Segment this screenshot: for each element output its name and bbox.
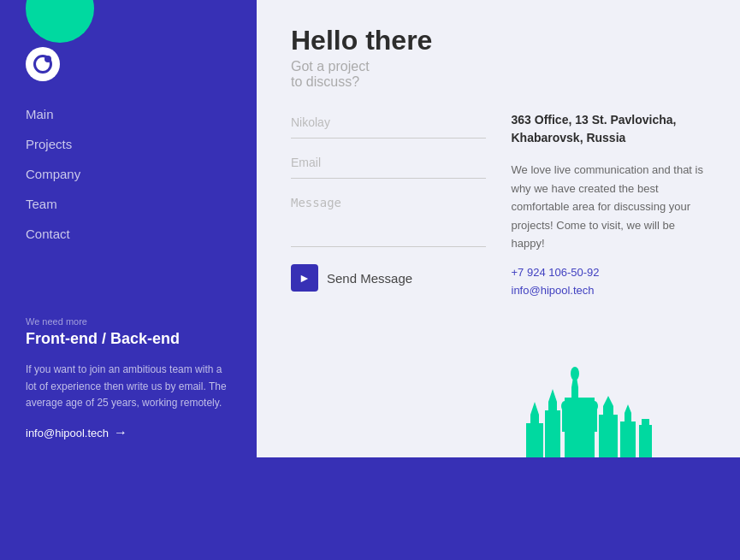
name-input[interactable] <box>291 107 486 139</box>
page-header: Hello there Got a project to discuss? <box>257 0 740 107</box>
sidebar-item-projects[interactable]: Projects <box>26 137 231 151</box>
svg-rect-17 <box>620 421 636 457</box>
svg-marker-2 <box>530 402 539 415</box>
sidebar-item-team[interactable]: Team <box>26 197 231 211</box>
hiring-description: If you want to join an ambitious team wi… <box>26 362 231 411</box>
hiring-email-link[interactable]: info@hipool.tech → <box>26 425 231 440</box>
sidebar-item-company[interactable]: Company <box>26 167 231 181</box>
hiring-email-text: info@hipool.tech <box>26 427 109 439</box>
svg-rect-0 <box>526 423 543 457</box>
send-arrow-icon: ► <box>299 271 311 285</box>
svg-point-13 <box>591 401 598 411</box>
page-subtitle: Got a project to discuss? <box>291 59 706 90</box>
we-need-label: We need more <box>26 316 231 327</box>
sidebar-item-contact[interactable]: Contact <box>26 227 231 241</box>
message-input[interactable] <box>291 187 486 247</box>
logo-inner <box>33 55 52 74</box>
svg-rect-7 <box>571 387 578 400</box>
svg-marker-16 <box>603 396 613 406</box>
content-grid: ► Send Message 363 Office, 13 St. Pavlov… <box>257 107 740 457</box>
svg-rect-1 <box>530 415 539 427</box>
email-input[interactable] <box>291 147 486 179</box>
logo <box>26 47 231 81</box>
svg-marker-19 <box>625 404 631 413</box>
logo-icon <box>26 47 60 81</box>
arrow-right-icon: → <box>114 425 127 440</box>
svg-rect-6 <box>565 398 595 457</box>
svg-rect-18 <box>625 413 631 423</box>
send-button[interactable]: ► Send Message <box>291 264 486 292</box>
bottom-bar <box>0 457 740 560</box>
send-icon: ► <box>291 264 318 292</box>
description-text: We love live communication and that is w… <box>512 161 707 252</box>
sidebar-hiring-section: We need more Front-end / Back-end If you… <box>26 316 231 440</box>
phone-number[interactable]: +7 924 106-50-92 <box>512 266 707 279</box>
svg-point-9 <box>571 367 579 380</box>
sidebar: Main Projects Company Team Contact We ne… <box>0 0 257 457</box>
send-label: Send Message <box>327 271 412 286</box>
svg-rect-4 <box>548 402 557 415</box>
sidebar-nav: Main Projects Company Team Contact <box>26 107 231 241</box>
address-text: 363 Office, 13 St. Pavlovicha, Khabarovs… <box>512 111 707 147</box>
main-content: Hello there Got a project to discuss? ► … <box>257 0 740 457</box>
page-title: Hello there <box>291 26 706 56</box>
svg-marker-5 <box>548 389 557 402</box>
svg-point-11 <box>561 401 568 411</box>
svg-rect-20 <box>639 425 652 457</box>
svg-rect-14 <box>599 415 618 457</box>
contact-form: ► Send Message <box>291 107 486 432</box>
sidebar-item-main[interactable]: Main <box>26 107 231 121</box>
svg-rect-21 <box>642 419 649 427</box>
email-address[interactable]: info@hipool.tech <box>512 284 707 297</box>
city-silhouette <box>526 363 663 457</box>
hiring-title: Front-end / Back-end <box>26 330 231 348</box>
svg-rect-3 <box>545 410 560 457</box>
svg-rect-15 <box>603 406 613 419</box>
